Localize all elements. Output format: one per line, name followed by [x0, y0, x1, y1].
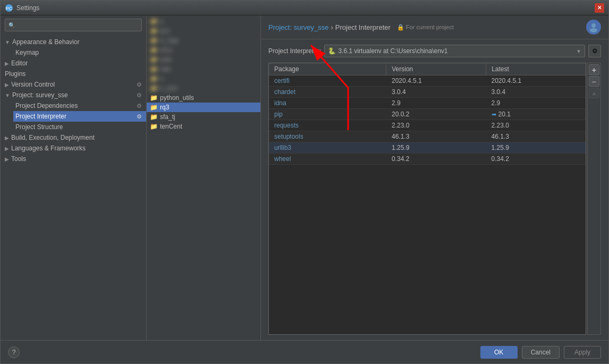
file-tree: 📁 p 📁 ject 📁 d_App 📁 emo 📁 web: [147, 15, 260, 340]
gear-icon: ⚙: [137, 113, 142, 120]
for-project-badge: 🔒 For current project: [397, 24, 454, 31]
table-row[interactable]: urllib31.25.91.25.9: [269, 142, 586, 154]
file-item-p[interactable]: 📁 p: [147, 16, 260, 26]
arrow-icon: ▶: [5, 146, 9, 151]
folder-icon: 📁: [150, 65, 158, 73]
nav-tree: ▼ Appearance & Behavior Keymap ▶ Editor …: [1, 35, 146, 340]
sidebar-item-build[interactable]: ▶ Build, Execution, Deployment: [1, 132, 146, 143]
cell-version: 2.23.0: [386, 120, 486, 131]
search-input[interactable]: [17, 21, 138, 29]
packages-inner: Package Version Latest: [268, 63, 586, 335]
sidebar-item-project-interpreter[interactable]: Project Interpreter ⚙: [13, 111, 146, 122]
gear-icon: ⚙: [137, 103, 142, 109]
file-panel: 📁 p 📁 ject 📁 d_App 📁 emo 📁 web: [147, 15, 261, 340]
folder-icon: 📁: [150, 113, 158, 121]
col-package: Package: [269, 63, 386, 75]
ok-button[interactable]: OK: [480, 346, 518, 359]
folder-icon: 📁: [150, 94, 158, 101]
folder-icon: 📁: [150, 75, 158, 82]
folder-icon: 📁: [150, 37, 158, 44]
table-row[interactable]: wheel0.34.20.34.2: [269, 154, 586, 165]
breadcrumb-sep: ›: [331, 23, 333, 31]
table-row[interactable]: idna2.92.9: [269, 98, 586, 109]
sidebar-item-project[interactable]: ▼ Project: survey_sse ⚙: [1, 90, 146, 100]
file-item-tencent[interactable]: 📁 tenCent: [147, 122, 260, 131]
folder-icon: 📁: [150, 46, 158, 54]
panel-content: Project Interpreter: 🐍 3.6.1 virtualenv …: [261, 39, 608, 340]
sidebar-sub-project: Project Dependencies ⚙ Project Interpret…: [1, 100, 146, 132]
gear-icon: ⚙: [137, 81, 142, 88]
interpreter-dropdown[interactable]: 🐍 3.6.1 virtualenv at C:\Users\china\env…: [324, 45, 585, 57]
python-icon: 🐍: [328, 47, 336, 55]
update-arrow-icon: ➡: [492, 111, 496, 118]
col-latest: Latest: [486, 63, 586, 75]
sidebar-item-version-control[interactable]: ▶ Version Control ⚙: [1, 79, 146, 90]
user-icon: [586, 20, 601, 35]
packages-wrapper: Package Version Latest: [268, 63, 601, 335]
sidebar-item-project-deps[interactable]: Project Dependencies ⚙: [13, 100, 146, 111]
breadcrumb-project: Project: survey_sse: [268, 23, 328, 31]
file-item-sfa-tj[interactable]: 📁 sfa_tj: [147, 112, 260, 122]
col-version: Version: [386, 63, 486, 75]
footer: ? OK Cancel Apply: [1, 340, 608, 363]
cell-version: 0.34.2: [386, 154, 486, 164]
sidebar-item-plugins[interactable]: Plugins: [1, 69, 146, 79]
interpreter-gear-button[interactable]: ⚙: [588, 45, 601, 57]
cell-package: chardet: [269, 87, 386, 97]
main-header: Project: survey_sse › Project Interprete…: [261, 15, 608, 39]
file-item-dapp[interactable]: 📁 d_App: [147, 36, 260, 45]
close-button[interactable]: ✕: [595, 3, 604, 13]
table-header: Package Version Latest: [269, 63, 586, 75]
footer-right: OK Cancel Apply: [480, 346, 601, 359]
search-icon: 🔍: [9, 22, 15, 28]
title-bar-title: Settings: [16, 4, 595, 12]
sidebar-item-appearance[interactable]: ▼ Appearance & Behavior: [1, 37, 146, 47]
title-bar-icon: PC: [5, 4, 13, 12]
table-row[interactable]: setuptools46.1.346.1.3: [269, 131, 586, 142]
interpreter-row: Project Interpreter: 🐍 3.6.1 virtualenv …: [268, 45, 601, 57]
sidebar-item-project-structure[interactable]: Project Structure: [13, 122, 146, 132]
cell-package: setuptools: [269, 131, 386, 142]
file-item-test[interactable]: 📁 lr_test: [147, 83, 260, 93]
folder-icon: 📁: [150, 56, 158, 63]
arrow-icon: ▶: [5, 156, 9, 162]
file-item-emo[interactable]: 📁 emo: [147, 45, 260, 55]
table-row[interactable]: pip20.0.2➡20.1: [269, 109, 586, 120]
sidebar-sub-appearance: Keymap: [1, 47, 146, 58]
file-item-web[interactable]: 📁 web: [147, 55, 260, 64]
upgrade-package-button[interactable]: ▲: [589, 88, 599, 98]
search-box[interactable]: 🔍: [5, 19, 142, 31]
cell-package: certifi: [269, 75, 386, 86]
folder-icon: 📁: [150, 27, 158, 35]
add-package-button[interactable]: +: [589, 64, 599, 75]
table-row[interactable]: requests2.23.02.23.0: [269, 120, 586, 131]
table-row[interactable]: chardet3.0.43.0.4: [269, 87, 586, 98]
table-body: certifi2020.4.5.12020.4.5.1chardet3.0.43…: [269, 75, 586, 334]
sidebar-item-editor[interactable]: ▶ Editor: [1, 58, 146, 69]
file-item-rq3[interactable]: 📁 rq3: [147, 103, 260, 112]
help-button[interactable]: ?: [8, 346, 20, 358]
file-item-rder[interactable]: 📁 rder: [147, 64, 260, 74]
title-bar: PC Settings ✕: [1, 1, 608, 15]
folder-icon: 📁: [150, 104, 158, 111]
sidebar-item-keymap[interactable]: Keymap: [13, 47, 146, 58]
gear-icon: ⚙: [592, 47, 598, 55]
table-row[interactable]: certifi2020.4.5.12020.4.5.1: [269, 75, 586, 87]
settings-window: PC Settings ✕ 🔍 ▼ Appearance & Behavior …: [0, 0, 609, 364]
file-item-n[interactable]: 📁 n: [147, 74, 260, 83]
sidebar-item-languages[interactable]: ▶ Languages & Frameworks: [1, 143, 146, 154]
file-item-ject[interactable]: 📁 ject: [147, 26, 260, 36]
cell-package: idna: [269, 98, 386, 108]
remove-package-button[interactable]: −: [589, 76, 599, 87]
cell-latest: 0.34.2: [486, 154, 586, 164]
chevron-down-icon: ▼: [576, 48, 581, 54]
cancel-button[interactable]: Cancel: [522, 346, 560, 359]
sidebar-item-tools[interactable]: ▶ Tools: [1, 154, 146, 164]
cell-version: 46.1.3: [386, 131, 486, 142]
svg-point-3: [590, 28, 597, 32]
cell-latest: 2.23.0: [486, 120, 586, 131]
file-item-python-utils[interactable]: 📁 python_utils: [147, 93, 260, 103]
cell-latest: 3.0.4: [486, 87, 586, 97]
apply-button[interactable]: Apply: [564, 346, 601, 359]
cell-package: pip: [269, 109, 386, 120]
